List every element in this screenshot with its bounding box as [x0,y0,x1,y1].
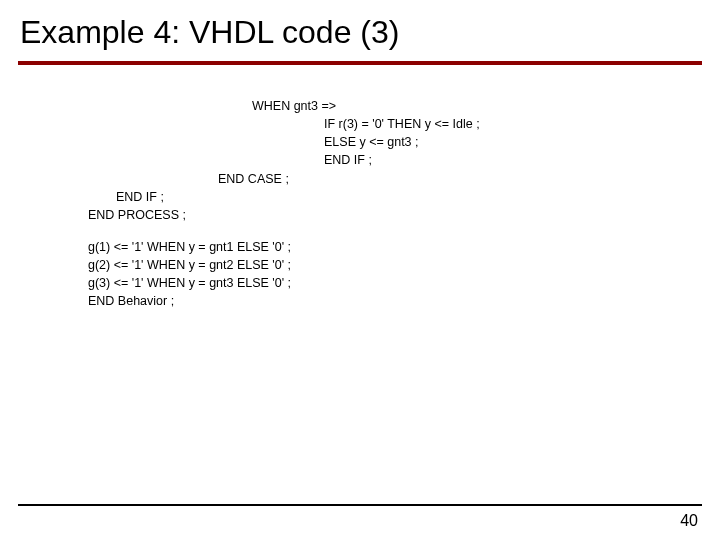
page-number: 40 [680,512,698,530]
code-line: END IF ; [88,188,720,206]
code-line: ELSE y <= gnt3 ; [88,133,720,151]
code-line: END PROCESS ; [88,206,720,224]
code-line: END IF ; [88,151,720,169]
title-underline [18,61,702,65]
code-line: IF r(3) = '0' THEN y <= Idle ; [88,115,720,133]
footer-divider [18,504,702,506]
blank-line [88,224,720,238]
code-block: WHEN gnt3 => IF r(3) = '0' THEN y <= Idl… [88,97,720,310]
code-line: g(1) <= '1' WHEN y = gnt1 ELSE '0' ; [88,238,720,256]
code-line: g(2) <= '1' WHEN y = gnt2 ELSE '0' ; [88,256,720,274]
code-line: g(3) <= '1' WHEN y = gnt3 ELSE '0' ; [88,274,720,292]
code-line: END Behavior ; [88,292,720,310]
code-line: END CASE ; [88,170,720,188]
code-line: WHEN gnt3 => [88,97,720,115]
slide-title: Example 4: VHDL code (3) [0,0,720,61]
